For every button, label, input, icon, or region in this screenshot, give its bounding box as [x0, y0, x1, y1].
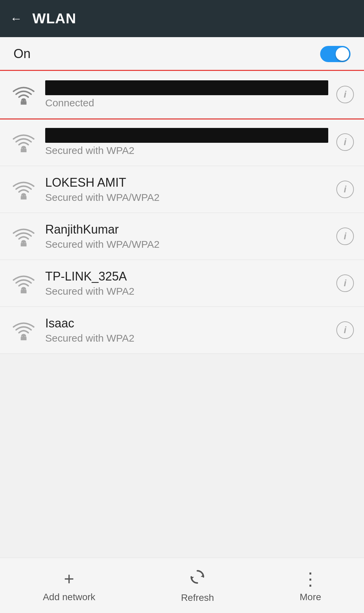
toggle-knob — [336, 47, 349, 61]
network-2-info-button[interactable]: i — [336, 133, 354, 151]
page-title: WLAN — [32, 10, 76, 27]
connected-network-info-button[interactable]: i — [336, 86, 354, 103]
network-item-ranjith[interactable]: RanjithKumar Secured with WPA/WPA2 i — [0, 213, 364, 260]
network-isaac-name: Isaac — [45, 316, 328, 330]
wifi-icon-tplink — [10, 273, 37, 293]
refresh-icon — [189, 568, 206, 590]
network-ranjith-status: Secured with WPA/WPA2 — [45, 239, 328, 250]
network-lokesh-info-button[interactable]: i — [336, 181, 354, 198]
network-isaac-info: Isaac Secured with WPA2 — [45, 316, 328, 344]
toggle-label: On — [13, 47, 31, 61]
add-network-icon: + — [64, 569, 74, 589]
network-item-2[interactable]: Secured with WPA2 i — [0, 118, 364, 166]
wlan-toggle-row: On — [0, 37, 364, 71]
wlan-toggle-switch[interactable] — [320, 46, 351, 62]
more-label: More — [300, 592, 321, 603]
network-2-info: Secured with WPA2 — [45, 128, 328, 156]
network-tplink-info: TP-LINK_325A Secured with WPA2 — [45, 269, 328, 297]
refresh-button[interactable]: Refresh — [181, 568, 214, 603]
network-item-lokesh[interactable]: LOKESH AMIT Secured with WPA/WPA2 i — [0, 166, 364, 213]
connected-network-status: Connected — [45, 97, 328, 109]
network-list: Connected i Secured with WPA2 i — [0, 71, 364, 354]
network-2-name — [45, 128, 328, 143]
svg-rect-1 — [21, 101, 26, 105]
svg-rect-7 — [21, 243, 26, 246]
network-lokesh-info: LOKESH AMIT Secured with WPA/WPA2 — [45, 176, 328, 203]
network-ranjith-info: RanjithKumar Secured with WPA/WPA2 — [45, 222, 328, 250]
refresh-label: Refresh — [181, 592, 214, 603]
network-lokesh-status: Secured with WPA/WPA2 — [45, 192, 328, 203]
network-ranjith-name: RanjithKumar — [45, 222, 328, 237]
more-button[interactable]: ⋮ More — [300, 569, 321, 603]
network-tplink-info-button[interactable]: i — [336, 274, 354, 292]
wifi-icon-isaac — [10, 320, 37, 340]
network-isaac-status: Secured with WPA2 — [45, 332, 328, 344]
network-ranjith-info-button[interactable]: i — [336, 228, 354, 245]
network-2-status: Secured with WPA2 — [45, 145, 328, 156]
add-network-label: Add network — [43, 592, 95, 603]
network-isaac-info-button[interactable]: i — [336, 321, 354, 339]
wifi-icon-connected — [10, 84, 37, 105]
svg-rect-9 — [21, 290, 26, 293]
header: ← WLAN — [0, 0, 364, 37]
svg-rect-11 — [21, 337, 26, 340]
connected-network-info: Connected — [45, 80, 328, 109]
back-button[interactable]: ← — [10, 11, 22, 26]
svg-rect-3 — [21, 149, 26, 152]
more-icon: ⋮ — [302, 569, 319, 589]
network-item-isaac[interactable]: Isaac Secured with WPA2 i — [0, 307, 364, 354]
connected-network-name — [45, 80, 328, 95]
wifi-icon-lokesh — [10, 179, 37, 199]
network-item-connected[interactable]: Connected i — [0, 71, 364, 118]
network-tplink-status: Secured with WPA2 — [45, 286, 328, 297]
network-tplink-name: TP-LINK_325A — [45, 269, 328, 284]
bottom-bar: + Add network Refresh ⋮ More — [0, 558, 364, 613]
svg-rect-5 — [21, 196, 26, 199]
network-item-tplink[interactable]: TP-LINK_325A Secured with WPA2 i — [0, 260, 364, 307]
wifi-icon-ranjith — [10, 226, 37, 246]
network-lokesh-name: LOKESH AMIT — [45, 176, 328, 190]
add-network-button[interactable]: + Add network — [43, 569, 95, 603]
wifi-icon-2 — [10, 132, 37, 152]
